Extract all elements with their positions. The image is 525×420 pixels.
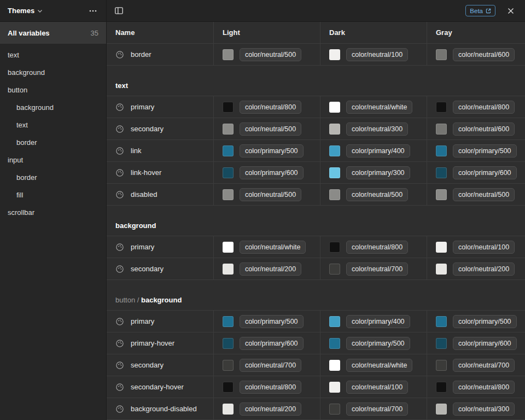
sidebar-item-text[interactable]: text	[0, 46, 106, 63]
variable-row[interactable]: primarycolor/neutral/800color/neutral/wh…	[107, 96, 525, 118]
token-pill[interactable]: color/neutral/800	[240, 381, 301, 394]
token-pill[interactable]: color/primary/400	[346, 144, 410, 158]
sidebar-item-background[interactable]: background	[0, 63, 106, 81]
token-pill[interactable]: color/neutral/700	[453, 359, 515, 372]
token-pill[interactable]: color/neutral/800	[453, 381, 515, 394]
variable-row[interactable]: secondarycolor/neutral/700color/neutral/…	[107, 354, 525, 376]
dark-value-cell: color/primary/300	[320, 162, 427, 183]
token-pill[interactable]: color/neutral/100	[346, 381, 408, 394]
main-area: All variables 35 textbackgroundbuttonbac…	[0, 22, 525, 420]
light-value-cell: color/neutral/500	[213, 118, 320, 139]
token-pill[interactable]: color/primary/600	[453, 337, 517, 350]
color-swatch	[329, 404, 340, 415]
token-pill[interactable]: color/primary/600	[240, 337, 304, 350]
light-value-cell: color/primary/500	[213, 140, 320, 161]
color-swatch	[436, 338, 447, 349]
sidebar-item-text[interactable]: text	[0, 116, 106, 133]
gray-value-cell: color/primary/600	[427, 162, 525, 183]
token-pill[interactable]: color/neutral/200	[240, 262, 301, 276]
token-pill[interactable]: color/primary/500	[346, 337, 410, 350]
token-pill[interactable]: color/primary/500	[240, 315, 304, 328]
token-pill[interactable]: color/primary/500	[453, 315, 517, 328]
external-link-icon	[486, 8, 491, 14]
dark-value-cell: color/primary/500	[320, 332, 427, 354]
gray-value-cell: color/neutral/800	[427, 376, 525, 398]
themes-dropdown[interactable]: Themes	[8, 7, 34, 15]
variable-row[interactable]: secondarycolor/neutral/200color/neutral/…	[107, 258, 525, 280]
more-options-icon[interactable]	[86, 4, 100, 18]
variable-name-cell: primary	[107, 236, 213, 258]
dark-value-cell: color/neutral/100	[320, 376, 427, 398]
variable-row[interactable]: link-hovercolor/primary/600color/primary…	[107, 162, 525, 184]
light-value-cell: color/neutral/white	[213, 236, 320, 258]
table-header: NameLightDarkGray	[107, 22, 525, 44]
beta-badge[interactable]: Beta	[465, 5, 495, 16]
token-pill[interactable]: color/neutral/700	[240, 359, 301, 372]
variable-row[interactable]: linkcolor/primary/500color/primary/400co…	[107, 140, 525, 162]
gray-value-cell: color/primary/600	[427, 332, 525, 354]
chevron-down-icon[interactable]	[37, 9, 43, 13]
token-pill[interactable]: color/neutral/100	[453, 241, 515, 254]
variable-row[interactable]: secondary-hovercolor/neutral/800color/ne…	[107, 376, 525, 398]
sidebar-item-button[interactable]: button	[0, 81, 106, 98]
sidebar-item-background[interactable]: background	[0, 98, 106, 116]
sidebar-toggle-icon[interactable]	[112, 4, 125, 18]
dark-value-cell: color/neutral/white	[320, 96, 427, 118]
token-pill[interactable]: color/neutral/800	[453, 101, 515, 114]
token-pill[interactable]: color/neutral/white	[240, 241, 306, 254]
variable-row[interactable]: secondarycolor/neutral/500color/neutral/…	[107, 118, 525, 140]
token-pill[interactable]: color/primary/500	[453, 144, 517, 158]
token-pill[interactable]: color/neutral/300	[346, 122, 408, 136]
token-pill[interactable]: color/neutral/800	[240, 101, 301, 114]
token-pill[interactable]: color/primary/400	[346, 315, 410, 328]
token-pill[interactable]: color/neutral/white	[346, 101, 412, 114]
variable-row[interactable]: primarycolor/primary/500color/primary/40…	[107, 311, 525, 332]
token-pill[interactable]: color/neutral/600	[453, 122, 515, 136]
token-pill[interactable]: color/primary/600	[453, 166, 517, 179]
sidebar-item-input[interactable]: input	[0, 151, 106, 168]
token-pill[interactable]: color/neutral/500	[240, 48, 301, 61]
variable-row[interactable]: primary-hovercolor/primary/600color/prim…	[107, 332, 525, 354]
token-pill[interactable]: color/neutral/600	[453, 48, 515, 61]
sidebar-item-scrollbar[interactable]: scrollbar	[0, 203, 106, 221]
gray-value-cell: color/neutral/100	[427, 236, 525, 258]
variable-row[interactable]: background-disabledcolor/neutral/200colo…	[107, 398, 525, 420]
variable-row[interactable]: primarycolor/neutral/whitecolor/neutral/…	[107, 236, 525, 258]
token-pill[interactable]: color/primary/600	[240, 166, 304, 179]
beta-label: Beta	[470, 8, 483, 14]
color-swatch	[436, 382, 447, 393]
token-pill[interactable]: color/neutral/white	[346, 359, 412, 372]
variable-row[interactable]: disabledcolor/neutral/500color/neutral/5…	[107, 184, 525, 206]
variable-row[interactable]: bordercolor/neutral/500color/neutral/100…	[107, 44, 525, 66]
token-pill[interactable]: color/neutral/800	[346, 241, 408, 254]
token-pill[interactable]: color/neutral/200	[240, 402, 301, 416]
token-pill[interactable]: color/neutral/700	[346, 402, 408, 416]
gray-value-cell: color/neutral/200	[427, 258, 525, 279]
group-header: background	[107, 206, 525, 236]
sidebar-item-border[interactable]: border	[0, 133, 106, 151]
color-swatch	[329, 382, 340, 393]
color-swatch	[329, 264, 340, 275]
gray-value-cell: color/primary/500	[427, 140, 525, 161]
token-pill[interactable]: color/neutral/700	[346, 262, 408, 276]
dark-value-cell: color/neutral/700	[320, 398, 427, 419]
variable-name: secondary	[131, 265, 164, 273]
sidebar-item-all-variables[interactable]: All variables 35	[0, 22, 106, 44]
close-icon[interactable]	[504, 4, 517, 18]
color-swatch	[223, 404, 234, 415]
dark-value-cell: color/neutral/800	[320, 236, 427, 258]
sidebar-item-fill[interactable]: fill	[0, 186, 106, 203]
token-pill[interactable]: color/primary/300	[346, 166, 410, 179]
token-pill[interactable]: color/primary/500	[240, 144, 304, 158]
sidebar-item-border[interactable]: border	[0, 168, 106, 186]
token-pill[interactable]: color/neutral/300	[453, 402, 515, 416]
token-pill[interactable]: color/neutral/500	[240, 122, 301, 136]
token-pill[interactable]: color/neutral/500	[240, 188, 301, 201]
variable-name: primary	[131, 103, 154, 111]
token-pill[interactable]: color/neutral/500	[453, 188, 515, 201]
variable-name: secondary-hover	[131, 383, 184, 391]
gray-value-cell: color/neutral/600	[427, 44, 525, 65]
token-pill[interactable]: color/neutral/100	[346, 48, 408, 61]
token-pill[interactable]: color/neutral/200	[453, 262, 515, 276]
token-pill[interactable]: color/neutral/500	[346, 188, 408, 201]
